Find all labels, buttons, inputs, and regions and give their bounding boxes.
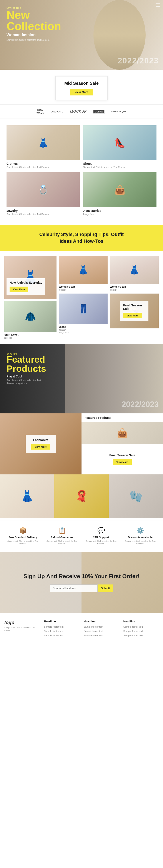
shirt-jacket-name: Shirt jacket [4, 333, 56, 336]
final-sale-1-btn[interactable]: View More [123, 313, 142, 318]
women-top-1-image: 👗 [59, 256, 108, 284]
women-top-2-card: 👗 Women's top $80.00 [110, 256, 159, 291]
women-top-2-bg: 👗 [110, 256, 159, 284]
hero-description: Sample text. Click to select the Text El… [6, 38, 50, 42]
mid-sale-view-more-button[interactable]: View More [70, 89, 93, 95]
refund-title: Refund Guarantee [43, 536, 80, 539]
final-sale-2-btn[interactable]: View More [113, 459, 131, 465]
featured-content: Shop now Featured Products Play it Cool … [6, 352, 46, 385]
shoes-label: Shoes [83, 162, 157, 165]
services-section: 📦 Free Standard Delivery Sample text. Cl… [0, 520, 163, 552]
footer-col-1-link-2[interactable]: Sample footer text [44, 629, 80, 633]
featured-products-title: Featured Products [85, 416, 160, 420]
newsletter-form: Submit [24, 585, 139, 592]
fashionist-overlay: Fashionist View More [26, 435, 56, 453]
featured-year: 2022/2023 [122, 400, 159, 409]
featured-products-right: Featured Products 👜 Final Season Sale Vi… [81, 413, 163, 474]
yellow-banner-text: Celebrity Style, Shopping Tips, Outfit I… [38, 231, 125, 245]
delivery-desc: Sample text. Click to select the Text El… [4, 540, 41, 545]
footer-col-1: Headline Sample footer text Sample foote… [44, 620, 80, 638]
accessories-desc: Image from ... [83, 213, 157, 216]
footer-col-2-link-3[interactable]: Sample footer text [84, 633, 119, 638]
women-top-2-name: Women's top [110, 285, 159, 288]
products-right-column: 👗 Women's top $50.00 👗 Women's top $80.0… [59, 256, 159, 339]
women-top-1-price: $50.00 [59, 289, 108, 291]
jeans-card: 👖 Jeans $70.00 Image from ... [59, 293, 108, 334]
newsletter-email-input[interactable] [50, 585, 97, 592]
jeans-name: Jeans [59, 326, 108, 329]
category-jewelry[interactable]: 💍 Jewelry Sample text. Click to select t… [6, 173, 80, 216]
category-section: 👗 Clothes Sample text. Click to select t… [0, 119, 163, 218]
newsletter-submit-button[interactable]: Submit [97, 585, 114, 592]
shoes-image: 👠 [83, 125, 157, 160]
footer-col-1-link-3[interactable]: Sample footer text [44, 633, 80, 638]
hero-section: Stylist tips New Collection Woman fashio… [0, 0, 163, 70]
fashionist-left: Fashionist View More [0, 413, 81, 474]
new-arrivals-column: 👗 New Arrivals Everyday View More 🧥 Shir… [4, 256, 56, 339]
featured-products-header: Featured Products [81, 413, 163, 422]
new-arrivals-btn[interactable]: View More [9, 286, 28, 292]
featured-products-icon: 👜 [117, 428, 128, 438]
delivery-title: Free Standard Delivery [4, 536, 41, 539]
clothes-desc: Sample text. Click to select the Text El… [6, 166, 80, 169]
support-desc: Sample text. Click to select the Text El… [83, 540, 120, 545]
refund-icon: 📋 [43, 527, 80, 534]
brand-new-wave: NEWWAVE [37, 109, 44, 114]
footer-col-3-link-1[interactable]: Sample footer text [123, 625, 159, 629]
final-sale-2-title: Final Season Sale [109, 454, 135, 457]
hero-content: Stylist tips New Collection Woman fashio… [6, 6, 61, 42]
service-support: 💬 24/7 Support Sample text. Click to sel… [83, 527, 120, 545]
featured-products-image: 👜 [81, 422, 163, 444]
fashionist-btn[interactable]: View More [31, 444, 50, 450]
accessories-label: Accessories [83, 209, 157, 213]
footer-col-1-title: Headline [44, 620, 80, 623]
support-icon: 💬 [83, 527, 120, 534]
shirt-bg: 🧥 [4, 301, 56, 332]
jewelry-label: Jewelry [6, 209, 80, 213]
service-refund: 📋 Refund Guarantee Sample text. Click to… [43, 527, 80, 545]
women-top-2-image: 👗 [110, 256, 159, 284]
jewelry-desc: Sample text. Click to select the Text El… [6, 213, 80, 216]
discounts-icon: ⚙️ [122, 527, 159, 534]
footer-logo-desc: Sample text. Click to select the Text El… [4, 626, 40, 632]
final-season-sale-1-card: 👒 Final Season Sale View More [110, 293, 159, 334]
category-clothes[interactable]: 👗 Clothes Sample text. Click to select t… [6, 125, 80, 169]
shirt-jacket-card: 🧥 Shirt jacket $60.00 [4, 301, 56, 339]
discounts-desc: Sample text. Click to select the Text El… [122, 540, 159, 545]
footer-col-2-link-1[interactable]: Sample footer text [84, 625, 119, 629]
delivery-icon: 📦 [4, 527, 41, 534]
small-grid-item-2: 🧣 [54, 474, 109, 518]
hero-title-new: New [6, 9, 61, 21]
small-grid-icon-1: 👗 [0, 474, 54, 518]
newsletter-content: Sign Up And Receive 10% Your First Order… [10, 573, 153, 592]
hamburger-menu[interactable] [156, 3, 160, 7]
footer-col-3-link-3[interactable]: Sample footer text [123, 633, 159, 638]
footer-col-2-title: Headline [84, 620, 119, 623]
small-grid-item-3: 🧤 [109, 474, 163, 518]
shoes-desc: Sample text. Click to select the Text El… [83, 166, 157, 169]
footer-section: logo Sample text. Click to select the Te… [0, 613, 163, 642]
footer-col-3: Headline Sample footer text Sample foote… [123, 620, 159, 638]
final-sale-1-image: 👒 Final Season Sale View More [110, 293, 159, 329]
newsletter-title: Sign Up And Receive 10% Your First Order… [24, 573, 139, 580]
footer-col-2-link-2[interactable]: Sample footer text [84, 629, 119, 633]
accessories-image: 👜 [83, 173, 157, 207]
footer-col-1-link-1[interactable]: Sample footer text [44, 625, 80, 629]
category-accessories[interactable]: 👜 Accessories Image from ... [83, 173, 157, 216]
footer-col-2: Headline Sample footer text Sample foote… [84, 620, 119, 638]
small-grid-icon-3: 🧤 [109, 474, 163, 518]
brand-luminarque: LUMINARQUE [111, 111, 126, 113]
refund-desc: Sample text. Click to select the Text El… [43, 540, 80, 545]
featured-description: Sample text. Click to select the Text El… [6, 379, 46, 385]
category-shoes[interactable]: 👠 Shoes Sample text. Click to select the… [83, 125, 157, 169]
shirt-jacket-price: $60.00 [4, 337, 56, 339]
jeans-price: $70.00 [59, 329, 108, 332]
final-sale-1-title: Final Season Sale [123, 304, 146, 311]
service-delivery: 📦 Free Standard Delivery Sample text. Cl… [4, 527, 41, 545]
featured-section: Shop now Featured Products Play it Cool … [0, 344, 163, 413]
featured-title-2: Products [6, 364, 46, 373]
footer-col-3-link-2[interactable]: Sample footer text [123, 629, 159, 633]
clothes-label: Clothes [6, 162, 80, 165]
featured-subtitle: Play it Cool [6, 375, 46, 378]
clothes-image: 👗 [6, 125, 80, 160]
